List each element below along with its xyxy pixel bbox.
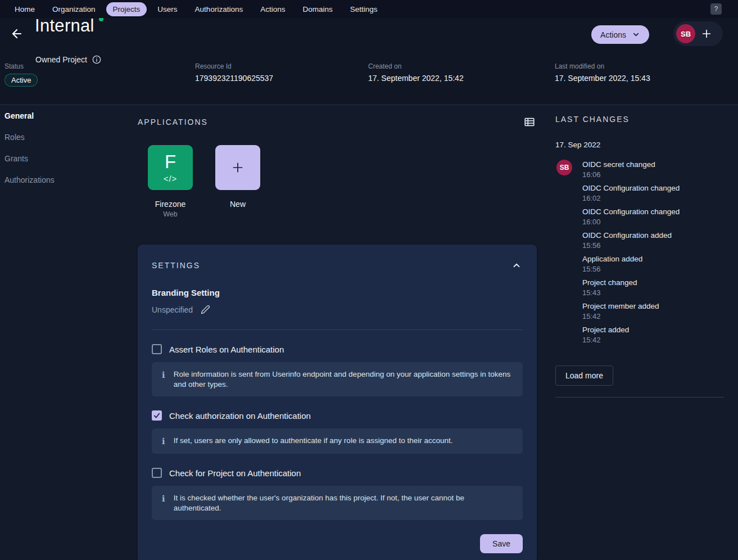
actions-dropdown-label: Actions: [600, 30, 626, 39]
checkbox-check-authorization[interactable]: [152, 410, 162, 421]
app-window: Home Organization Projects Users Authori…: [0, 0, 738, 560]
sidebar-item-roles[interactable]: Roles: [0, 127, 134, 148]
code-icon: </>: [164, 174, 178, 183]
chevron-down-icon: [632, 30, 640, 39]
save-row: Save: [152, 534, 523, 553]
change-event[interactable]: Project member added 15:42: [582, 301, 725, 321]
nav-item-home[interactable]: Home: [8, 2, 42, 16]
nav-item-actions[interactable]: Actions: [253, 2, 292, 16]
event-title: OIDC Configuration changed: [582, 183, 725, 193]
branding-setting-title: Branding Setting: [152, 288, 523, 297]
app-card-firezone: F </> Firezone Web: [148, 145, 193, 218]
checkbox-label: Assert Roles on Authentication: [169, 345, 284, 354]
page-title: Internal: [35, 15, 94, 37]
event-title: Application added: [582, 254, 725, 264]
app-tile-firezone[interactable]: F </>: [148, 145, 193, 190]
changes-date: 17. Sep 2022: [555, 141, 725, 149]
checkbox-row-assert-roles[interactable]: Assert Roles on Authentication: [152, 344, 523, 354]
event-title: OIDC secret changed: [582, 160, 725, 169]
account-pill[interactable]: SB: [673, 21, 723, 46]
meta-modified: Last modified on 17. September 2022, 15:…: [555, 62, 650, 83]
plus-icon: [230, 160, 245, 175]
help-button[interactable]: ?: [710, 3, 722, 15]
plus-icon: [700, 28, 713, 40]
avatar: SB: [556, 160, 572, 175]
edit-branding-button[interactable]: [200, 304, 211, 315]
checkbox-row-check-project[interactable]: Check for Project on Authentication: [152, 468, 523, 478]
resource-id-value: 179392321190625537: [195, 74, 273, 83]
info-box-assert-roles: ℹ Role information is sent from Userinfo…: [152, 362, 523, 396]
info-text: It is checked whether the user's organiz…: [174, 493, 513, 513]
list-view-button[interactable]: [522, 115, 537, 129]
new-application-button[interactable]: [215, 145, 260, 190]
change-event[interactable]: OIDC Configuration changed 16:02: [582, 183, 725, 203]
save-button[interactable]: Save: [480, 534, 523, 553]
collapse-button[interactable]: [510, 259, 523, 272]
back-button[interactable]: [9, 26, 25, 42]
nav-item-settings[interactable]: Settings: [343, 2, 384, 16]
subtitle-row: Owned Project: [35, 55, 101, 64]
last-modified-label: Last modified on: [555, 62, 650, 70]
section-side-menu: General Roles Grants Authorizations: [0, 105, 134, 191]
resource-id-label: Resource Id: [195, 62, 273, 70]
title-block: Internal: [35, 15, 103, 37]
event-title: Project added: [582, 325, 725, 335]
event-time: 15:56: [582, 241, 725, 250]
checkbox-row-check-authorization[interactable]: Check authorization on Authentication: [152, 410, 523, 421]
last-modified-value: 17. September 2022, 15:43: [555, 74, 650, 83]
app-type: Web: [148, 210, 193, 218]
settings-card-header: SETTINGS: [152, 259, 523, 272]
event-title: Project changed: [582, 278, 725, 287]
nav-item-users[interactable]: Users: [151, 2, 184, 16]
new-application-label: New: [215, 200, 260, 209]
avatar[interactable]: SB: [676, 24, 695, 43]
event-time: 15:43: [582, 288, 725, 297]
created-on-label: Created on: [368, 62, 464, 70]
event-time: 15:42: [582, 336, 725, 345]
info-box-check-authorization: ℹ If set, users are only allowed to auth…: [152, 428, 523, 454]
project-type-label: Owned Project: [35, 55, 87, 64]
load-more-button[interactable]: Load more: [555, 365, 613, 386]
nav-item-authorizations[interactable]: Authorizations: [188, 2, 250, 16]
status-badge: Active: [4, 74, 38, 87]
divider: [555, 397, 724, 398]
checkbox-assert-roles[interactable]: [152, 344, 162, 354]
add-account-button[interactable]: [699, 26, 714, 41]
event-time: 16:00: [582, 218, 725, 227]
change-event[interactable]: OIDC Configuration added 15:56: [582, 231, 725, 250]
applications-title: APPLICATIONS: [138, 118, 208, 127]
info-icon: ℹ: [162, 494, 165, 504]
change-event[interactable]: Application added 15:56: [582, 254, 725, 274]
sidebar-item-general[interactable]: General: [0, 105, 134, 127]
change-event[interactable]: OIDC Configuration changed 16:00: [582, 207, 725, 227]
main-content: APPLICATIONS F </> Firezone Web New: [138, 105, 537, 560]
app-card-new: New: [215, 145, 260, 218]
arrow-left-icon: [10, 27, 24, 40]
event-title: OIDC Configuration added: [582, 231, 725, 240]
event-title: Project member added: [582, 301, 725, 311]
info-circle-icon[interactable]: [92, 55, 101, 64]
last-changes-panel: LAST CHANGES 17. Sep 2022 SB OIDC secret…: [555, 105, 725, 398]
change-event[interactable]: OIDC secret changed 16:06: [582, 160, 725, 179]
change-event[interactable]: Project changed 15:43: [582, 278, 725, 297]
nav-item-organization[interactable]: Organization: [46, 2, 102, 16]
changes-timeline: SB OIDC secret changed 16:06 OIDC Config…: [555, 160, 725, 345]
settings-title: SETTINGS: [152, 261, 200, 270]
table-view-icon: [523, 116, 536, 128]
sidebar-item-grants[interactable]: Grants: [0, 148, 134, 169]
event-time: 16:06: [582, 170, 725, 179]
event-time: 15:56: [582, 265, 725, 274]
change-event[interactable]: Project added 15:42: [582, 325, 725, 345]
nav-item-projects[interactable]: Projects: [106, 2, 147, 16]
meta-status: Status Active: [4, 62, 38, 87]
checkbox-check-project[interactable]: [152, 468, 162, 478]
project-header: Internal Owned Project Actions SB Status…: [0, 18, 738, 105]
actions-dropdown-button[interactable]: Actions: [591, 25, 649, 44]
event-list: OIDC secret changed 16:06 OIDC Configura…: [582, 160, 725, 345]
app-name: Firezone: [148, 200, 193, 209]
info-text: Role information is sent from Userinfo e…: [174, 369, 513, 389]
divider: [152, 329, 523, 330]
nav-item-domains[interactable]: Domains: [296, 2, 339, 16]
status-label: Status: [4, 62, 38, 70]
sidebar-item-authorizations[interactable]: Authorizations: [0, 169, 134, 191]
